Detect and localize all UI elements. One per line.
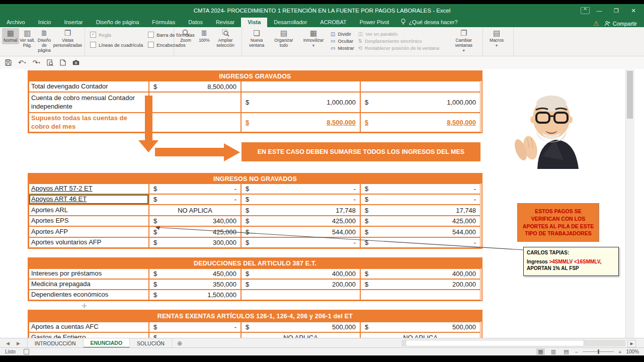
value-cell[interactable]: $- (149, 184, 241, 194)
ribbon-tab-vista[interactable]: Vista (241, 18, 267, 27)
status-page-layout-icon[interactable]: ▥ (549, 348, 557, 355)
zoom-slider[interactable] (583, 351, 614, 352)
value-cell[interactable]: $- (360, 184, 480, 194)
value-cell[interactable] (360, 81, 480, 92)
zoom-out-button[interactable]: − (575, 349, 578, 355)
split-button[interactable]: ◫Dividir (331, 31, 354, 37)
ribbon-tab-acrobat[interactable]: ACROBAT (313, 18, 353, 27)
row-label-cell[interactable]: Aportes a cuentas AFC (29, 322, 149, 332)
value-cell[interactable]: $425,000 (149, 226, 241, 237)
value-cell[interactable]: $350,000 (149, 279, 241, 290)
value-cell[interactable] (360, 290, 480, 300)
zoom-slider-thumb[interactable] (598, 349, 599, 354)
ribbon-tab-fórmulas[interactable]: Fórmulas (145, 18, 182, 27)
undo-button[interactable]: ↶▾ (18, 59, 26, 66)
ribbon-tab-diseño-de-página[interactable]: Diseño de página (90, 18, 146, 27)
horizontal-scrollbar-thumb[interactable] (406, 340, 584, 346)
value-cell[interactable]: $17,748 (241, 205, 360, 216)
value-cell[interactable]: $300,000 (149, 237, 241, 248)
camera-button[interactable] (72, 60, 79, 65)
value-cell[interactable]: $340,000 (149, 216, 241, 226)
save-button[interactable] (5, 59, 12, 66)
share-button[interactable]: Compartir (604, 21, 637, 27)
row-label-cell[interactable]: Intereses por préstamos (29, 268, 149, 279)
value-cell[interactable]: $- (241, 194, 360, 205)
row-label-cell[interactable]: Dependientes económicos (29, 290, 149, 300)
value-cell[interactable] (241, 81, 360, 92)
value-cell[interactable]: $500,000 (241, 322, 360, 332)
normal-view-button[interactable]: ▦ Normal (2, 28, 19, 44)
hide-button[interactable]: ▭Ocultar (331, 38, 354, 44)
row-label-cell[interactable]: Apoyos ART 46 ET (29, 194, 149, 205)
row-label-cell[interactable]: Aportes voluntarios AFP (29, 237, 149, 248)
ribbon-tab-archivo[interactable]: Archivo (0, 18, 32, 27)
value-cell[interactable]: $- (149, 322, 241, 332)
value-cell[interactable]: $425,000 (360, 216, 480, 226)
row-label-cell[interactable]: Cuenta de cobro mensual Contador indepen… (29, 92, 149, 113)
new-document-button[interactable] (60, 59, 66, 66)
unhide-button[interactable]: ▭Mostrar (331, 45, 354, 51)
custom-views-button[interactable]: ❐ Vistas personalizadas (53, 28, 83, 49)
arrange-all-button[interactable]: ▤ Organizar todo (269, 28, 298, 49)
row-label-cell[interactable]: Total devengado Contador (29, 81, 149, 92)
zoom-100-button[interactable]: 🗏 100% (195, 28, 213, 44)
switch-windows-button[interactable]: ❐ Cambiar ventanas ▼ (450, 28, 478, 53)
warning-icon[interactable]: ⚠ (593, 20, 599, 27)
value-cell[interactable]: $- (360, 194, 480, 205)
value-cell[interactable]: $8,500,000 (360, 113, 480, 132)
value-cell[interactable]: $544,000 (241, 226, 360, 237)
gridlines-checkbox[interactable]: Líneas de cuadrícula (90, 42, 143, 48)
ribbon-display-options-icon[interactable]: ^ (581, 7, 590, 14)
vertical-scrollbar-thumb[interactable] (627, 71, 633, 119)
redo-button[interactable]: ↷▾ (32, 59, 40, 66)
ruler-checkbox[interactable]: ✓Regla (90, 32, 143, 38)
ribbon-tab-revisar[interactable]: Revisar (209, 18, 241, 27)
sheet-nav-right-icon[interactable]: ▶ (17, 341, 20, 346)
ribbon-tab-inicio[interactable]: Inicio (32, 18, 58, 27)
zoom-button[interactable]: Zoom (176, 28, 195, 44)
add-sheet-button[interactable]: ⊕ (172, 338, 187, 348)
row-label-cell[interactable]: Apoyos ART 57-2 ET (29, 184, 149, 194)
value-cell[interactable]: $200,000 (241, 279, 360, 290)
row-label-cell[interactable]: Supuesto todas las cuentas de cobro del … (29, 113, 149, 132)
restore-button[interactable]: ❐ (609, 5, 624, 16)
value-cell[interactable]: $8,500,000 (241, 113, 360, 132)
macros-button[interactable]: ▤ Macros ▼ (485, 28, 508, 48)
value-cell[interactable]: $425,000 (241, 216, 360, 226)
macro-record-icon[interactable] (24, 349, 29, 354)
vertical-scrollbar[interactable] (625, 69, 634, 338)
row-label-cell[interactable]: Aportes AFP (29, 226, 149, 237)
value-cell[interactable]: $- (241, 237, 360, 248)
sheet-tab-introducción[interactable]: INTRODUCCIÓN (28, 338, 84, 348)
value-cell[interactable]: $8,500,000 (149, 81, 241, 92)
value-cell[interactable]: $1,000,000 (360, 92, 480, 113)
print-preview-button[interactable] (47, 59, 53, 66)
value-cell[interactable]: $200,000 (360, 279, 480, 290)
row-label-cell[interactable]: Aportes ARL (29, 205, 149, 216)
minimize-button[interactable]: — (592, 5, 607, 16)
sheet-nav-left-icon[interactable]: ◀ (6, 341, 10, 346)
value-cell[interactable]: $400,000 (360, 268, 480, 279)
value-cell[interactable]: $17,748 (360, 205, 480, 216)
value-cell[interactable]: $400,000 (241, 268, 360, 279)
value-cell[interactable]: $- (360, 237, 480, 248)
reset-window-position-button[interactable]: ⟲Restablecer posición de la ventana (358, 45, 448, 51)
status-page-break-icon[interactable]: ▤ (562, 348, 570, 355)
synchronous-scrolling-button[interactable]: ⇅Desplazamiento sincrónico (358, 38, 448, 44)
sheet-tab-solución[interactable]: SOLUCIÓN (130, 338, 172, 348)
value-cell[interactable] (149, 113, 241, 132)
tell-me-box[interactable]: ¿Qué desea hacer? (395, 17, 462, 27)
zoom-level[interactable]: 100% (626, 349, 639, 354)
value-cell[interactable]: $500,000 (360, 322, 480, 332)
row-label-cell[interactable]: Aportes EPS (29, 216, 149, 226)
view-side-by-side-button[interactable]: ◫Ver en paralelo (358, 31, 448, 37)
row-label-cell[interactable]: Medicina prepagada (29, 279, 149, 290)
value-cell[interactable]: NO APLICA (149, 205, 241, 216)
value-cell[interactable]: $1,500,000 (149, 290, 241, 300)
horizontal-scrollbar[interactable] (401, 340, 625, 346)
value-cell[interactable] (241, 290, 360, 300)
sheet-tab-enunciado[interactable]: ENUNCIADO (84, 338, 130, 348)
zoom-selection-button[interactable]: Ampliar selección (213, 28, 237, 49)
zoom-in-button[interactable]: + (618, 349, 621, 355)
hscroll-right-arrow[interactable]: ▶ (627, 340, 636, 347)
